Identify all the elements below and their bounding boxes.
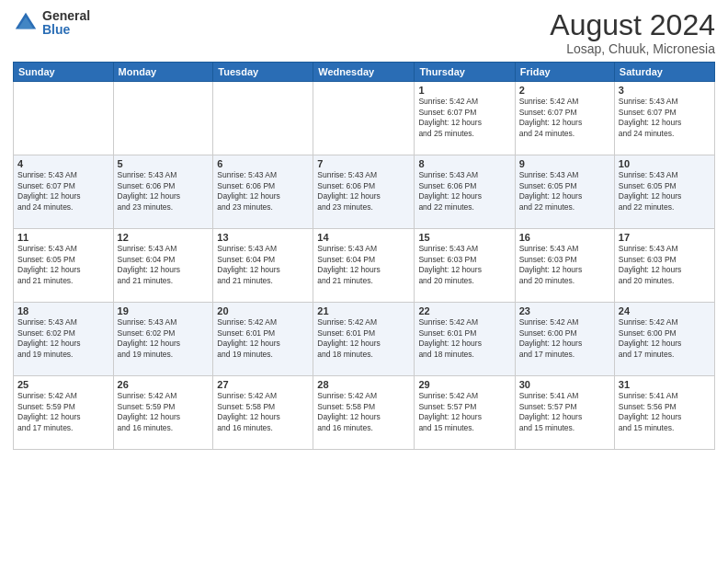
day-number: 9 bbox=[519, 158, 610, 169]
calendar-cell-29: 26Sunrise: 5:42 AM Sunset: 5:59 PM Dayli… bbox=[113, 376, 213, 450]
calendar-header-monday: Monday bbox=[113, 63, 213, 82]
title-block: August 2024 Losap, Chuuk, Micronesia bbox=[550, 9, 715, 56]
calendar-cell-18: 15Sunrise: 5:43 AM Sunset: 6:03 PM Dayli… bbox=[415, 229, 515, 303]
calendar-cell-9: 6Sunrise: 5:43 AM Sunset: 6:06 PM Daylig… bbox=[213, 155, 313, 229]
logo: General Blue bbox=[13, 9, 90, 38]
day-info: Sunrise: 5:41 AM Sunset: 5:56 PM Dayligh… bbox=[619, 391, 711, 433]
calendar-cell-15: 12Sunrise: 5:43 AM Sunset: 6:04 PM Dayli… bbox=[113, 229, 213, 303]
calendar-cell-34: 31Sunrise: 5:41 AM Sunset: 5:56 PM Dayli… bbox=[614, 376, 714, 450]
day-info: Sunrise: 5:43 AM Sunset: 6:06 PM Dayligh… bbox=[217, 170, 309, 213]
calendar-header-thursday: Thursday bbox=[415, 63, 515, 82]
calendar-cell-22: 19Sunrise: 5:43 AM Sunset: 6:02 PM Dayli… bbox=[113, 303, 213, 376]
day-number: 18 bbox=[17, 305, 109, 316]
day-number: 2 bbox=[519, 85, 610, 96]
day-number: 1 bbox=[418, 85, 510, 96]
calendar-cell-3 bbox=[313, 82, 415, 155]
day-number: 19 bbox=[118, 305, 210, 316]
calendar-cell-20: 17Sunrise: 5:43 AM Sunset: 6:03 PM Dayli… bbox=[614, 229, 714, 303]
day-number: 16 bbox=[519, 232, 610, 243]
day-info: Sunrise: 5:43 AM Sunset: 6:02 PM Dayligh… bbox=[17, 317, 109, 360]
calendar-week-1: 1Sunrise: 5:42 AM Sunset: 6:07 PM Daylig… bbox=[14, 82, 715, 155]
calendar-cell-7: 4Sunrise: 5:43 AM Sunset: 6:07 PM Daylig… bbox=[14, 155, 114, 229]
day-number: 31 bbox=[619, 379, 711, 390]
calendar-cell-24: 21Sunrise: 5:42 AM Sunset: 6:01 PM Dayli… bbox=[313, 303, 415, 376]
day-number: 15 bbox=[418, 232, 510, 243]
day-info: Sunrise: 5:43 AM Sunset: 6:02 PM Dayligh… bbox=[118, 317, 210, 360]
day-info: Sunrise: 5:41 AM Sunset: 5:57 PM Dayligh… bbox=[519, 391, 610, 433]
page: General Blue August 2024 Losap, Chuuk, M… bbox=[0, 0, 728, 563]
day-number: 27 bbox=[217, 379, 309, 390]
day-number: 28 bbox=[317, 379, 410, 390]
day-number: 8 bbox=[418, 158, 510, 169]
day-number: 5 bbox=[118, 158, 210, 169]
calendar-cell-23: 20Sunrise: 5:42 AM Sunset: 6:01 PM Dayli… bbox=[213, 303, 313, 376]
day-number: 14 bbox=[317, 232, 410, 243]
day-info: Sunrise: 5:43 AM Sunset: 6:03 PM Dayligh… bbox=[418, 244, 510, 286]
calendar-cell-30: 27Sunrise: 5:42 AM Sunset: 5:58 PM Dayli… bbox=[213, 376, 313, 450]
calendar-cell-5: 2Sunrise: 5:42 AM Sunset: 6:07 PM Daylig… bbox=[515, 82, 614, 155]
day-number: 24 bbox=[619, 305, 711, 316]
calendar-cell-33: 30Sunrise: 5:41 AM Sunset: 5:57 PM Dayli… bbox=[515, 376, 614, 450]
calendar-cell-31: 28Sunrise: 5:42 AM Sunset: 5:58 PM Dayli… bbox=[313, 376, 415, 450]
day-number: 29 bbox=[418, 379, 510, 390]
day-info: Sunrise: 5:43 AM Sunset: 6:07 PM Dayligh… bbox=[619, 97, 711, 139]
day-number: 6 bbox=[217, 158, 309, 169]
day-info: Sunrise: 5:42 AM Sunset: 6:00 PM Dayligh… bbox=[519, 317, 610, 360]
day-number: 11 bbox=[17, 232, 109, 243]
calendar-cell-0 bbox=[14, 82, 114, 155]
calendar-cell-17: 14Sunrise: 5:43 AM Sunset: 6:04 PM Dayli… bbox=[313, 229, 415, 303]
calendar-cell-14: 11Sunrise: 5:43 AM Sunset: 6:05 PM Dayli… bbox=[14, 229, 114, 303]
calendar-cell-12: 9Sunrise: 5:43 AM Sunset: 6:05 PM Daylig… bbox=[515, 155, 614, 229]
calendar-cell-13: 10Sunrise: 5:43 AM Sunset: 6:05 PM Dayli… bbox=[614, 155, 714, 229]
calendar-header-tuesday: Tuesday bbox=[213, 63, 313, 82]
calendar-cell-1 bbox=[113, 82, 213, 155]
main-title: August 2024 bbox=[550, 9, 715, 41]
calendar-cell-11: 8Sunrise: 5:43 AM Sunset: 6:06 PM Daylig… bbox=[415, 155, 515, 229]
calendar-cell-25: 22Sunrise: 5:42 AM Sunset: 6:01 PM Dayli… bbox=[415, 303, 515, 376]
calendar-cell-4: 1Sunrise: 5:42 AM Sunset: 6:07 PM Daylig… bbox=[415, 82, 515, 155]
day-info: Sunrise: 5:43 AM Sunset: 6:06 PM Dayligh… bbox=[317, 170, 410, 213]
calendar-cell-16: 13Sunrise: 5:43 AM Sunset: 6:04 PM Dayli… bbox=[213, 229, 313, 303]
day-info: Sunrise: 5:42 AM Sunset: 6:01 PM Dayligh… bbox=[217, 317, 309, 360]
calendar-header-saturday: Saturday bbox=[614, 63, 714, 82]
day-number: 7 bbox=[317, 158, 410, 169]
day-info: Sunrise: 5:42 AM Sunset: 5:59 PM Dayligh… bbox=[17, 391, 109, 433]
calendar-week-4: 18Sunrise: 5:43 AM Sunset: 6:02 PM Dayli… bbox=[14, 303, 715, 376]
day-info: Sunrise: 5:42 AM Sunset: 6:01 PM Dayligh… bbox=[418, 317, 510, 360]
calendar-cell-28: 25Sunrise: 5:42 AM Sunset: 5:59 PM Dayli… bbox=[14, 376, 114, 450]
day-info: Sunrise: 5:42 AM Sunset: 6:07 PM Dayligh… bbox=[418, 97, 510, 139]
calendar-cell-19: 16Sunrise: 5:43 AM Sunset: 6:03 PM Dayli… bbox=[515, 229, 614, 303]
calendar-cell-21: 18Sunrise: 5:43 AM Sunset: 6:02 PM Dayli… bbox=[14, 303, 114, 376]
calendar-cell-2 bbox=[213, 82, 313, 155]
day-number: 30 bbox=[519, 379, 610, 390]
day-info: Sunrise: 5:43 AM Sunset: 6:04 PM Dayligh… bbox=[317, 244, 410, 286]
day-number: 3 bbox=[619, 85, 711, 96]
calendar-header-row: SundayMondayTuesdayWednesdayThursdayFrid… bbox=[14, 63, 715, 82]
logo-text: General Blue bbox=[42, 9, 90, 38]
day-number: 22 bbox=[418, 305, 510, 316]
day-info: Sunrise: 5:42 AM Sunset: 6:07 PM Dayligh… bbox=[519, 97, 610, 139]
day-number: 10 bbox=[619, 158, 711, 169]
day-info: Sunrise: 5:42 AM Sunset: 5:58 PM Dayligh… bbox=[317, 391, 410, 433]
day-number: 21 bbox=[317, 305, 410, 316]
calendar-week-5: 25Sunrise: 5:42 AM Sunset: 5:59 PM Dayli… bbox=[14, 376, 715, 450]
day-info: Sunrise: 5:43 AM Sunset: 6:05 PM Dayligh… bbox=[519, 170, 610, 213]
day-number: 25 bbox=[17, 379, 109, 390]
header: General Blue August 2024 Losap, Chuuk, M… bbox=[13, 9, 715, 56]
calendar-week-3: 11Sunrise: 5:43 AM Sunset: 6:05 PM Dayli… bbox=[14, 229, 715, 303]
day-number: 26 bbox=[118, 379, 210, 390]
day-info: Sunrise: 5:42 AM Sunset: 5:58 PM Dayligh… bbox=[217, 391, 309, 433]
day-info: Sunrise: 5:43 AM Sunset: 6:06 PM Dayligh… bbox=[118, 170, 210, 213]
calendar-week-2: 4Sunrise: 5:43 AM Sunset: 6:07 PM Daylig… bbox=[14, 155, 715, 229]
calendar-cell-27: 24Sunrise: 5:42 AM Sunset: 6:00 PM Dayli… bbox=[614, 303, 714, 376]
calendar-cell-6: 3Sunrise: 5:43 AM Sunset: 6:07 PM Daylig… bbox=[614, 82, 714, 155]
calendar-header-friday: Friday bbox=[515, 63, 614, 82]
day-info: Sunrise: 5:43 AM Sunset: 6:05 PM Dayligh… bbox=[17, 244, 109, 286]
day-info: Sunrise: 5:43 AM Sunset: 6:04 PM Dayligh… bbox=[217, 244, 309, 286]
calendar-header-wednesday: Wednesday bbox=[313, 63, 415, 82]
logo-blue: Blue bbox=[42, 23, 90, 37]
day-info: Sunrise: 5:42 AM Sunset: 6:00 PM Dayligh… bbox=[619, 317, 711, 360]
day-info: Sunrise: 5:42 AM Sunset: 5:59 PM Dayligh… bbox=[118, 391, 210, 433]
logo-icon bbox=[13, 10, 39, 36]
day-number: 23 bbox=[519, 305, 610, 316]
